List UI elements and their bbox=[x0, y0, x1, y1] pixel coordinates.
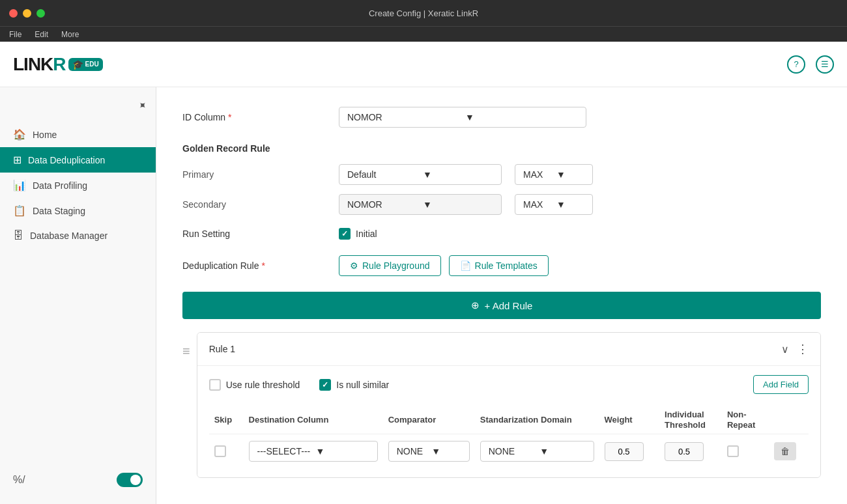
sidebar: ✦ 🏠 Home ⊞ Data Deduplication 📊 Data Pro… bbox=[0, 87, 156, 504]
primary-select[interactable]: Default ▼ bbox=[339, 164, 502, 185]
sidebar-label-profiling: Data Profiling bbox=[33, 180, 87, 191]
sidebar-item-data-staging[interactable]: 📋 Data Staging bbox=[0, 198, 156, 223]
use-threshold-checkbox[interactable] bbox=[209, 379, 221, 391]
profiling-icon: 📊 bbox=[13, 179, 26, 191]
id-column-required: * bbox=[228, 112, 231, 122]
rule-playground-button[interactable]: ⚙ Rule Playground bbox=[339, 255, 441, 276]
col-skip: Skip bbox=[209, 406, 244, 434]
rule-options: Use rule threshold ✓ Is null similar Add… bbox=[209, 375, 809, 394]
run-setting-row: Run Setting ✓ Initial bbox=[182, 228, 821, 240]
delete-cell: 🗑 bbox=[769, 434, 809, 469]
id-column-row: ID Column * NOMOR ▼ bbox=[182, 107, 821, 128]
deduplication-icon: ⊞ bbox=[13, 154, 22, 166]
primary-label: Primary bbox=[182, 169, 326, 180]
sidebar-label-dedup: Data Deduplication bbox=[28, 155, 105, 165]
sidebar-label-home: Home bbox=[33, 130, 57, 140]
menu-bar: File Edit More bbox=[0, 26, 847, 42]
home-icon: 🏠 bbox=[13, 128, 26, 141]
initial-checkbox-row: ✓ Initial bbox=[339, 228, 377, 240]
add-field-button[interactable]: Add Field bbox=[753, 375, 809, 394]
skip-checkbox[interactable] bbox=[214, 445, 226, 457]
collapse-icon[interactable]: ✦ bbox=[135, 98, 150, 113]
dest-col-arrow-icon: ▼ bbox=[316, 446, 369, 456]
check-icon: ✓ bbox=[341, 229, 348, 238]
rule-title: Rule 1 bbox=[209, 344, 235, 354]
secondary-arrow-icon: ▼ bbox=[423, 199, 493, 210]
rule-playground-label: Rule Playground bbox=[362, 260, 430, 271]
drag-handle-icon[interactable]: ≡ bbox=[182, 332, 190, 359]
is-null-similar-label: Is null similar bbox=[336, 380, 389, 390]
id-column-value: NOMOR bbox=[347, 112, 460, 122]
secondary-select[interactable]: NOMOR ▼ bbox=[339, 194, 502, 215]
std-domain-select[interactable]: NONE ▼ bbox=[480, 441, 594, 462]
document-icon[interactable]: ☰ bbox=[816, 55, 834, 74]
close-button[interactable] bbox=[9, 9, 18, 18]
add-rule-plus-icon: ⊕ bbox=[471, 300, 480, 311]
col-action bbox=[769, 406, 809, 434]
dest-col-value: ---SELECT--- bbox=[257, 446, 311, 456]
null-check-icon: ✓ bbox=[322, 380, 328, 389]
dedup-rule-label: Deduplication Rule * bbox=[182, 260, 326, 271]
use-threshold-label: Use rule threshold bbox=[226, 380, 300, 390]
sidebar-item-home[interactable]: 🏠 Home bbox=[0, 122, 156, 147]
id-column-select[interactable]: NOMOR ▼ bbox=[339, 107, 586, 128]
secondary-row: Secondary NOMOR ▼ MAX ▼ bbox=[182, 194, 821, 215]
secondary-agg-select[interactable]: MAX ▼ bbox=[515, 194, 593, 215]
id-column-arrow-icon: ▼ bbox=[465, 112, 578, 122]
ind-threshold-input[interactable] bbox=[665, 442, 704, 461]
primary-agg-value: MAX bbox=[523, 169, 551, 180]
initial-label: Initial bbox=[356, 229, 377, 239]
table-row: ---SELECT--- ▼ NONE ▼ bbox=[209, 434, 809, 469]
expand-icon[interactable]: ∨ bbox=[781, 343, 789, 356]
more-options-icon[interactable]: ⋮ bbox=[797, 342, 809, 356]
dest-col-select[interactable]: ---SELECT--- ▼ bbox=[249, 441, 378, 462]
non-repeat-checkbox[interactable] bbox=[727, 445, 739, 457]
app: LINKR 🎓 EDU ? ☰ ✦ 🏠 Home ⊞ Data Deduplic… bbox=[0, 42, 847, 504]
rule-templates-button[interactable]: 📄 Rule Templates bbox=[449, 255, 549, 276]
sidebar-item-data-deduplication[interactable]: ⊞ Data Deduplication bbox=[0, 147, 156, 173]
menu-file[interactable]: File bbox=[9, 30, 22, 39]
sidebar-item-data-profiling[interactable]: 📊 Data Profiling bbox=[0, 173, 156, 198]
secondary-value: NOMOR bbox=[347, 199, 418, 210]
logo: LINKR 🎓 EDU bbox=[13, 54, 103, 75]
skip-cell bbox=[209, 434, 244, 469]
sidebar-item-database-manager[interactable]: 🗄 Database Manager bbox=[0, 223, 156, 248]
primary-value: Default bbox=[347, 169, 418, 180]
sidebar-bottom: %/ bbox=[0, 462, 156, 497]
comparator-arrow-icon: ▼ bbox=[431, 446, 461, 456]
delete-row-button[interactable]: 🗑 bbox=[774, 442, 796, 460]
rule-card-header: Rule 1 ∨ ⋮ bbox=[197, 333, 820, 366]
help-icon[interactable]: ? bbox=[787, 55, 805, 74]
primary-arrow-icon: ▼ bbox=[423, 169, 493, 180]
logo-text: LINKR bbox=[13, 54, 66, 75]
initial-checkbox[interactable]: ✓ bbox=[339, 228, 351, 240]
weight-cell bbox=[599, 434, 659, 469]
logo-badge-text: EDU bbox=[85, 61, 99, 68]
weight-input[interactable] bbox=[605, 442, 644, 461]
comparator-cell: NONE ▼ bbox=[383, 434, 475, 469]
window-controls bbox=[9, 9, 45, 18]
golden-record-section: Golden Record Rule Primary Default ▼ MAX… bbox=[182, 143, 821, 215]
theme-toggle[interactable] bbox=[117, 473, 143, 487]
menu-edit[interactable]: Edit bbox=[35, 30, 48, 39]
rule-card: Rule 1 ∨ ⋮ Use rule threshold bbox=[197, 332, 821, 478]
is-null-similar-checkbox[interactable]: ✓ bbox=[319, 379, 331, 391]
comparator-select[interactable]: NONE ▼ bbox=[388, 441, 470, 462]
std-domain-value: NONE bbox=[489, 446, 534, 456]
rule-card-body: Use rule threshold ✓ Is null similar Add… bbox=[197, 366, 820, 477]
col-std: Standarization Domain bbox=[475, 406, 599, 434]
window-title: Create Config | Xeratic LinkR bbox=[369, 8, 478, 18]
primary-agg-select[interactable]: MAX ▼ bbox=[515, 164, 593, 185]
menu-more[interactable]: More bbox=[61, 30, 79, 39]
dedup-rule-row: Deduplication Rule * ⚙ Rule Playground 📄… bbox=[182, 255, 821, 276]
primary-row: Primary Default ▼ MAX ▼ bbox=[182, 164, 821, 185]
add-rule-button[interactable]: ⊕ + Add Rule bbox=[182, 292, 821, 319]
maximize-button[interactable] bbox=[36, 9, 45, 18]
header-icons: ? ☰ bbox=[787, 55, 834, 74]
dest-col-cell: ---SELECT--- ▼ bbox=[244, 434, 383, 469]
rule-templates-label: Rule Templates bbox=[475, 260, 538, 271]
secondary-agg-value: MAX bbox=[523, 199, 551, 210]
col-non-repeat: Non-Repeat bbox=[722, 406, 769, 434]
minimize-button[interactable] bbox=[23, 9, 31, 18]
rule-table: Skip Destination Column Comparator Stand… bbox=[209, 406, 809, 468]
